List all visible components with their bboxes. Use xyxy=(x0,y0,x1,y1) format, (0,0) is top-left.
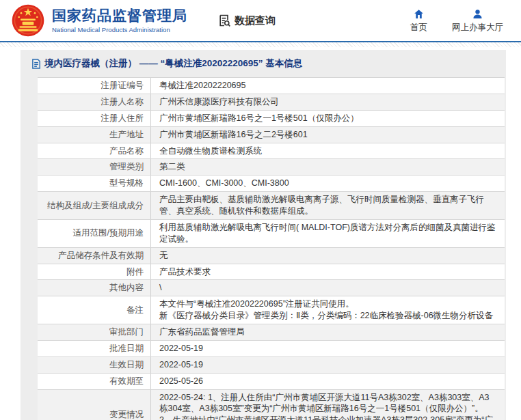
row-value: 第二类 xyxy=(151,159,505,175)
row-label: 注册人名称 xyxy=(38,94,151,110)
document-icon xyxy=(31,59,41,69)
row-label: 型号规格 xyxy=(38,176,151,191)
table-row: 注册人住所 广州市黄埔区新瑞路16号之一1号楼501（仅限办公） xyxy=(38,111,505,127)
table-row: 结构及组成/主要组成成分 产品主要由靶板、基质辅助激光解吸电离离子源、飞行时间质… xyxy=(38,192,505,220)
row-label: 生产地址 xyxy=(38,127,151,143)
brand-subtitle: National Medical Products Administration xyxy=(52,26,187,33)
row-value: 全自动微生物质谱检测系统 xyxy=(151,143,505,159)
nav-service-hall[interactable]: 网上办事大厅 xyxy=(452,8,503,33)
row-label: 附件 xyxy=(38,264,151,280)
row-value: 广东省药品监督管理局 xyxy=(151,324,505,340)
table-row: 生效日期 2022-05-19 xyxy=(38,357,505,374)
row-label: 管理类别 xyxy=(38,159,151,175)
row-value: 广州禾信康源医疗科技有限公司 xyxy=(151,94,505,110)
hatch-divider xyxy=(0,42,521,47)
row-value: 产品技术要求 xyxy=(151,264,505,280)
row-label: 变更情况 xyxy=(38,390,151,420)
header: 国家药品监督管理局 National Medical Products Admi… xyxy=(0,0,521,42)
table-row: 管理类别 第二类 xyxy=(38,159,505,176)
row-label: 适用范围/预期用途 xyxy=(38,220,151,247)
row-value: 产品主要由靶板、基质辅助激光解吸电离离子源、飞行时间质量检测器、垂直离子飞行管、… xyxy=(151,192,505,219)
home-icon xyxy=(413,8,425,20)
row-value: \ xyxy=(151,280,505,296)
row-value: 广州市黄埔区新瑞路16号之二2号楼601 xyxy=(151,127,505,143)
table-row: 变更情况 2022-05-24: 1、注册人住所由“广州市黄埔区开源大道11号A… xyxy=(38,390,505,420)
page: 国家药品监督管理局 National Medical Products Admi… xyxy=(0,0,521,420)
page-title: 境内医疗器械（注册） —— “粤械注准20202220695” 基本信息 xyxy=(21,50,506,76)
table-row: 适用范围/预期用途 利用基质辅助激光解吸电离飞行时间( MALDI-TOF)质谱… xyxy=(38,220,505,248)
document-search-icon xyxy=(217,14,231,27)
table-row: 其他内容 \ xyxy=(38,280,505,296)
data-query-label: 数据查询 xyxy=(235,14,276,27)
row-value: 2022-05-19 xyxy=(151,357,505,373)
row-label: 产品名称 xyxy=(38,143,151,159)
table-row: 附件 产品技术要求 xyxy=(38,264,505,281)
row-label: 注册人住所 xyxy=(38,111,151,126)
row-label: 产品储存条件及有效期 xyxy=(38,248,151,264)
row-value: 2022-05-19 xyxy=(151,341,505,356)
row-label: 有效期至 xyxy=(38,374,151,389)
row-value: 无 xyxy=(151,248,505,264)
table-row: 批准日期 2022-05-19 xyxy=(38,341,505,357)
row-label: 生效日期 xyxy=(38,357,151,373)
table-row: 产品储存条件及有效期 无 xyxy=(38,248,505,264)
row-label: 审批部门 xyxy=(38,324,151,340)
brand-title: 国家药品监督管理局 xyxy=(52,8,187,23)
row-value: 2025-05-26 xyxy=(151,374,505,389)
row-label: 批准日期 xyxy=(38,341,151,356)
row-value: 利用基质辅助激光解吸电离飞行时间( MALDI-TOF)质谱方法对分离后的细菌及… xyxy=(151,220,505,247)
row-label: 其他内容 xyxy=(38,280,151,296)
user-icon xyxy=(472,8,483,20)
top-nav: 首页 网上办事大厅 xyxy=(410,8,510,33)
table-row: 产品名称 全自动微生物质谱检测系统 xyxy=(38,143,505,160)
national-emblem-icon xyxy=(11,3,45,38)
row-label: 注册证编号 xyxy=(38,78,151,94)
row-value: CMI-1600、CMI-3000、CMI-3800 xyxy=(151,176,505,191)
table-row: 生产地址 广州市黄埔区新瑞路16号之二2号楼601 xyxy=(38,127,505,143)
row-value: 2022-05-24: 1、注册人住所由“广州市黄埔区开源大道11号A3栋302… xyxy=(151,390,505,420)
table-row: 审批部门 广东省药品监督管理局 xyxy=(38,324,505,341)
table-row: 型号规格 CMI-1600、CMI-3000、CMI-3800 xyxy=(38,176,505,192)
row-label: 备注 xyxy=(38,296,151,324)
brand: 国家药品监督管理局 National Medical Products Admi… xyxy=(52,8,187,33)
nav-home[interactable]: 首页 xyxy=(410,8,427,33)
nav-service-hall-label: 网上办事大厅 xyxy=(452,22,503,33)
table-row: 有效期至 2025-05-26 xyxy=(38,374,505,390)
table-row: 备注 本文件与“粤械注准20202220695”注册证共同使用。 新《医疗器械分… xyxy=(38,296,505,324)
nav-home-label: 首页 xyxy=(410,22,427,33)
row-label: 结构及组成/主要组成成分 xyxy=(38,192,151,219)
table-row: 注册证编号 粤械注准20202220695 xyxy=(38,78,505,94)
row-value: 本文件与“粤械注准20202220695”注册证共同使用。 新《医疗器械分类目录… xyxy=(151,296,505,324)
page-title-text: 境内医疗器械（注册） —— “粤械注准20202220695” 基本信息 xyxy=(44,57,302,70)
data-query-button[interactable]: 数据查询 xyxy=(217,14,276,27)
info-table: 注册证编号 粤械注准20202220695 注册人名称 广州禾信康源医疗科技有限… xyxy=(38,77,505,420)
row-value: 广州市黄埔区新瑞路16号之一1号楼501（仅限办公） xyxy=(151,111,505,126)
row-value: 粤械注准20202220695 xyxy=(151,78,505,94)
main-panel: 境内医疗器械（注册） —— “粤械注准20202220695” 基本信息 注册证… xyxy=(21,50,506,420)
table-row: 注册人名称 广州禾信康源医疗科技有限公司 xyxy=(38,94,505,111)
